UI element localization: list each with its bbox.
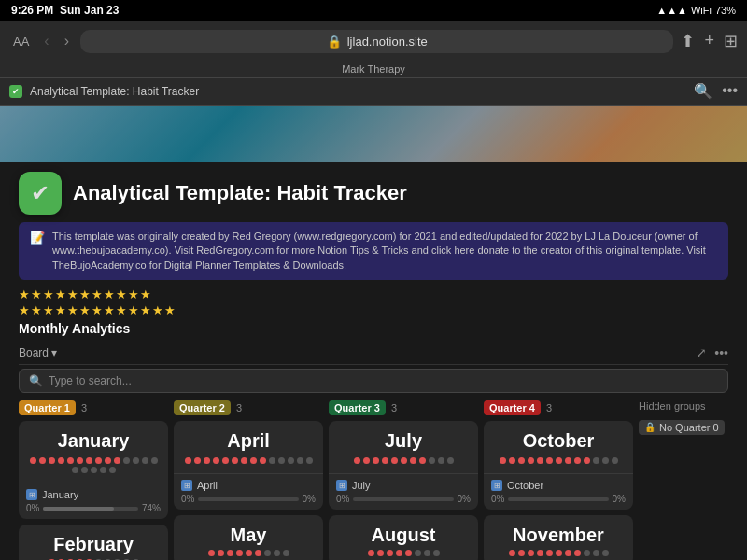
dot xyxy=(373,457,379,464)
expand-icon[interactable]: ⤢ xyxy=(696,345,707,360)
search-placeholder: Type to search... xyxy=(49,374,132,387)
title-row: ✔ Analytical Template: Habit Tracker xyxy=(19,172,728,215)
card-month: April xyxy=(183,430,314,452)
dot xyxy=(401,457,407,464)
status-time: 9:26 PM Sun Jan 23 xyxy=(11,4,119,17)
kanban-card[interactable]: January⊞January0%74% xyxy=(19,421,168,519)
aa-button[interactable]: AA xyxy=(9,33,33,50)
dot xyxy=(387,550,393,556)
browser-chrome: AA ‹ › 🔒 ljlad.notion.site ⬆ + ⊞ Mark Th… xyxy=(0,21,747,78)
dot xyxy=(584,457,590,464)
dot xyxy=(396,550,402,556)
quarter-badge[interactable]: Quarter 2 xyxy=(174,400,231,415)
progress-bar-bg xyxy=(508,497,608,501)
quarter-badge[interactable]: Quarter 4 xyxy=(484,400,541,415)
dot xyxy=(264,550,271,556)
dot xyxy=(565,457,571,464)
dot xyxy=(368,550,374,556)
dot xyxy=(528,550,534,556)
card-main: February xyxy=(19,525,168,560)
dot xyxy=(509,457,515,464)
dot xyxy=(222,457,229,464)
tab-title: Analytical Template: Habit Tracker xyxy=(30,85,199,98)
chevron-down-icon: ▾ xyxy=(51,346,57,359)
dot xyxy=(77,457,83,464)
card-dots xyxy=(28,457,159,473)
address-bar[interactable]: 🔒 ljlad.notion.site xyxy=(80,30,673,53)
back-button[interactable]: ‹ xyxy=(40,31,52,51)
dot xyxy=(236,550,243,556)
card-sub-icon: ⊞ xyxy=(336,480,347,491)
wifi-icon: WiFi xyxy=(691,5,712,16)
card-sub: ⊞October0%0% xyxy=(484,473,633,510)
tabs-button[interactable]: ⊞ xyxy=(724,31,738,51)
dot xyxy=(246,550,252,556)
dot xyxy=(278,457,285,464)
progress-prefix: 0% xyxy=(336,494,349,504)
forward-button[interactable]: › xyxy=(61,31,73,51)
board-label[interactable]: Board ▾ xyxy=(19,346,57,359)
kanban-card[interactable]: April⊞April0%0% xyxy=(174,421,323,510)
dot xyxy=(438,457,444,464)
progress-label: 0% xyxy=(613,494,626,504)
kanban-card[interactable]: February xyxy=(19,525,168,560)
kanban-card[interactable]: October⊞October0%0% xyxy=(484,421,633,510)
dot xyxy=(30,457,36,464)
progress-row: 0%74% xyxy=(26,503,161,513)
dot xyxy=(518,457,525,464)
signal-icon: ▲▲▲ xyxy=(656,5,687,16)
dot xyxy=(39,457,46,464)
search-bar[interactable]: 🔍 Type to search... xyxy=(19,369,728,393)
card-sub-label: ⊞July xyxy=(336,480,471,491)
kanban-card[interactable]: August xyxy=(329,515,478,560)
dot xyxy=(433,550,440,556)
url-text: ljlad.notion.site xyxy=(347,35,428,49)
progress-row: 0%0% xyxy=(491,494,626,504)
browser-actions: ⬆ + ⊞ xyxy=(681,31,738,51)
share-button[interactable]: ⬆ xyxy=(681,31,695,51)
dot xyxy=(218,550,224,556)
dot xyxy=(602,550,609,556)
column-header: Quarter 13 xyxy=(19,400,168,415)
dot xyxy=(306,457,313,464)
info-text: This template was originally created by … xyxy=(52,230,717,273)
dot xyxy=(49,457,55,464)
column-count: 3 xyxy=(81,402,87,413)
hero-image xyxy=(0,106,747,162)
quarter-badge[interactable]: Quarter 1 xyxy=(19,400,76,415)
dot xyxy=(500,457,506,464)
dot xyxy=(612,457,618,464)
dot xyxy=(574,457,581,464)
more-options-icon[interactable]: ••• xyxy=(714,345,728,360)
kanban-card[interactable]: November xyxy=(484,515,633,560)
tab-search-icon[interactable]: 🔍 xyxy=(694,82,712,100)
dot xyxy=(109,467,116,473)
dot xyxy=(424,550,430,556)
dot xyxy=(250,457,257,464)
dot xyxy=(602,457,609,464)
dot xyxy=(105,457,111,464)
quarter-badge[interactable]: Quarter 3 xyxy=(329,400,386,415)
dot xyxy=(255,550,261,556)
dot xyxy=(142,457,148,464)
dot xyxy=(100,467,106,473)
mark-therapy-banner: Mark Therapy xyxy=(0,62,747,77)
card-main: November xyxy=(484,515,633,560)
card-sub-label: ⊞April xyxy=(181,480,316,491)
card-dots xyxy=(183,550,314,556)
tab-more-icon[interactable]: ••• xyxy=(722,82,738,100)
kanban-container: Quarter 13January⊞January0%74%FebruaryQu… xyxy=(19,400,728,560)
dot xyxy=(546,457,553,464)
dot xyxy=(377,550,384,556)
dot xyxy=(528,457,534,464)
card-sub: ⊞April0%0% xyxy=(174,473,323,510)
dot xyxy=(91,467,97,473)
no-quarter-badge: 🔒No Quarter 0 xyxy=(639,420,725,435)
dot xyxy=(447,457,454,464)
kanban-card[interactable]: May xyxy=(174,515,323,560)
new-tab-button[interactable]: + xyxy=(704,31,714,51)
dot xyxy=(405,550,412,556)
column-header: Quarter 43 xyxy=(484,400,633,415)
kanban-card[interactable]: July⊞July0%0% xyxy=(329,421,478,510)
card-sub-icon: ⊞ xyxy=(26,489,37,500)
